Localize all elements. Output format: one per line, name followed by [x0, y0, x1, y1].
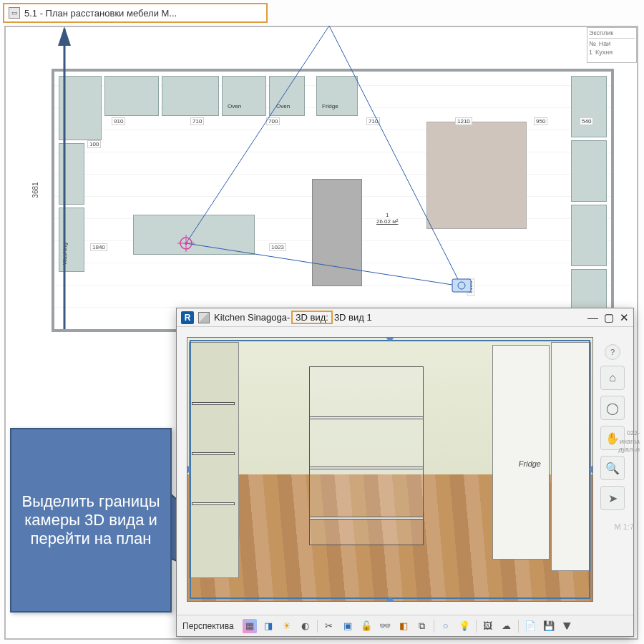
revit-app-icon: R — [181, 311, 194, 324]
nav-zoom-icon[interactable]: 🔍 — [600, 456, 625, 480]
dining-table — [426, 122, 527, 229]
project-name: Kitchen Sinagoga — [214, 312, 287, 323]
sheet-scale: М 1:7 — [614, 522, 634, 531]
sheet-stamp-fragment: 022- инагоа дуальн — [590, 429, 640, 454]
plan-dim-overall: 3681 — [31, 182, 39, 197]
dim: 910 — [112, 117, 125, 125]
title-block: Эксплик №Наи 1Кухня — [587, 27, 637, 63]
temp-hide-icon[interactable]: 👓 — [378, 619, 392, 633]
reveal-hidden-icon[interactable]: ◧ — [396, 619, 411, 633]
title-block-header: Эксплик — [589, 29, 635, 39]
cabinet — [571, 140, 607, 202]
room-tag: 1 26.02 м² — [376, 212, 398, 225]
model-graphics-icon[interactable]: ▦ — [243, 619, 257, 633]
shadows-icon[interactable]: ◐ — [298, 619, 313, 633]
cabinet — [571, 205, 607, 266]
nav-home-icon[interactable]: ⌂ — [600, 366, 625, 390]
close-button[interactable]: ✕ — [620, 311, 629, 324]
view-window-3d[interactable]: R Kitchen Sinagoga - 3D вид: 3D вид 1 — … — [176, 308, 634, 637]
nav-cursor-icon[interactable]: ➤ — [600, 486, 625, 510]
dim: 1210 — [455, 117, 472, 125]
cube-icon — [198, 312, 210, 323]
maximize-button[interactable]: ▢ — [604, 311, 614, 324]
cabinet — [162, 76, 219, 116]
crop-handle-bottom[interactable] — [386, 598, 394, 602]
show-constraints-icon[interactable]: 💡 — [457, 619, 472, 633]
dim: 540 — [580, 117, 593, 125]
window-titlebar[interactable]: R Kitchen Sinagoga - 3D вид: 3D вид 1 — … — [177, 308, 633, 327]
dim: 710 — [190, 117, 204, 125]
nav-help-icon[interactable]: ? — [605, 344, 620, 360]
view-tab[interactable]: ▭ 5.1 - План расстановки мебели М... — [3, 3, 268, 23]
cabinet-fridge — [316, 76, 358, 116]
visual-style-icon[interactable]: ◨ — [261, 619, 275, 633]
document-icon: ▭ — [9, 7, 20, 19]
label-oven: Oven — [228, 103, 241, 109]
save-icon[interactable]: 💾 — [542, 619, 556, 633]
unlock-icon[interactable]: 🔓 — [359, 619, 374, 633]
annotation-callout: Выделить границы камеры 3D вида и перейт… — [10, 428, 172, 613]
crop-view-icon[interactable]: ✂ — [322, 619, 336, 633]
render-cloud-icon[interactable]: ☁ — [499, 619, 514, 633]
analytical-icon[interactable]: ○ — [439, 619, 453, 633]
label-fridge: Fridge — [322, 103, 338, 109]
dim: 1023 — [269, 243, 286, 251]
minimize-button[interactable]: — — [587, 311, 598, 324]
island — [133, 215, 255, 255]
dim: 700 — [266, 117, 280, 125]
options-chevron-icon[interactable]: ⯆ — [560, 619, 575, 633]
callout-text: Выделить границы камеры 3D вида и перейт… — [20, 492, 162, 548]
cabinet-oven — [222, 76, 266, 116]
cabinet — [59, 143, 84, 205]
nav-toolbar: ? ⌂ ◯ ✋ 🔍 ➤ — [597, 344, 628, 510]
view-control-bar: Перспектива ▦ ◨ ☀ ◐ ✂ ▣ 🔓 👓 ◧ ⧉ ○ 💡 🖼 ☁ … — [177, 615, 633, 636]
label-washing: Washing — [62, 243, 68, 265]
nav-orbit-icon[interactable]: ◯ — [600, 396, 625, 420]
dim: 710 — [366, 117, 380, 125]
dim: 1840 — [90, 243, 107, 251]
sun-path-icon[interactable]: ☀ — [280, 619, 294, 633]
view-tab-title: 5.1 - План расстановки мебели М... — [24, 8, 177, 19]
dim: 1163 — [467, 279, 474, 296]
sheet-icon[interactable]: 📄 — [523, 619, 537, 633]
cabinet-oven — [269, 76, 305, 116]
cabinet — [104, 76, 159, 116]
cabinet — [59, 76, 102, 140]
floor-plan[interactable]: Oven Oven Fridge Washing 1 26.02 м² 910 … — [52, 69, 614, 332]
projection-label[interactable]: Перспектива — [182, 621, 234, 631]
crop-region-icon[interactable]: ▣ — [341, 619, 355, 633]
label-oven: Oven — [276, 103, 290, 109]
view-name: 3D вид 1 — [334, 312, 372, 323]
crop-handle-right[interactable] — [590, 466, 593, 473]
viewport-3d[interactable]: Fridge — [187, 337, 593, 602]
dim: 950 — [534, 117, 547, 125]
worksharing-icon[interactable]: ⧉ — [415, 619, 429, 633]
rug — [312, 179, 362, 286]
crop-selection[interactable] — [190, 340, 590, 599]
cabinet — [571, 76, 607, 137]
dim: 100 — [87, 140, 101, 148]
render-icon[interactable]: 🖼 — [481, 619, 495, 633]
view-type-highlight: 3D вид: — [291, 311, 333, 324]
